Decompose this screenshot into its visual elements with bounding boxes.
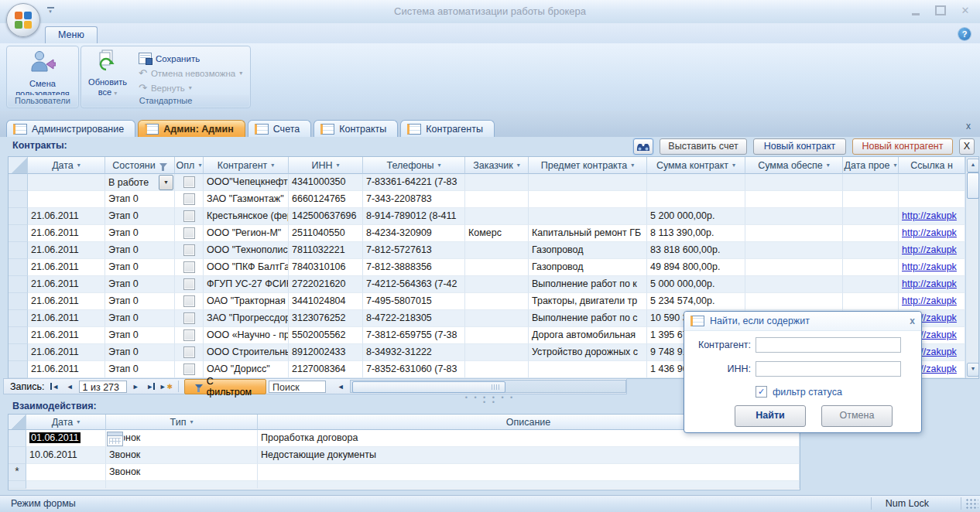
cell-customer[interactable] [465, 242, 529, 259]
paid-checkbox[interactable] [183, 261, 195, 273]
column-header-subject[interactable]: Предмет контракта▾ [529, 157, 647, 174]
minimize-button[interactable] [910, 6, 921, 15]
cell-guarantee[interactable] [745, 191, 843, 208]
cell-proj_date[interactable] [843, 174, 899, 191]
column-header-proj_date[interactable]: Дата прое▾ [843, 157, 899, 174]
cell-paid[interactable] [175, 310, 204, 327]
cell-subject[interactable]: Устройство дорожных с [529, 344, 647, 361]
row-selector[interactable] [9, 430, 26, 447]
scroll-up-icon[interactable]: ▲ [967, 159, 979, 172]
cell-proj_date[interactable] [843, 293, 899, 310]
cell-date[interactable]: 21.06.2011 [28, 344, 105, 361]
row-selector[interactable] [9, 208, 28, 225]
cell-paid[interactable] [175, 293, 204, 310]
refresh-all-button[interactable]: Обновить все ▾ [84, 49, 131, 98]
row-selector[interactable] [9, 191, 28, 208]
cell-contractor[interactable]: ООО "ПКФ БалтГазТеп [204, 259, 289, 276]
cell-phones[interactable]: 7-8352-631060 (7-83 [363, 361, 465, 378]
cell-customer[interactable] [465, 344, 529, 361]
cell-inn[interactable]: 7840310106 [289, 259, 363, 276]
cell-desc[interactable]: Недостающие документы [258, 447, 800, 464]
cell-inn[interactable]: 2511040550 [289, 225, 363, 242]
cell-contractor[interactable]: ЗАО "Прогрессдорстр [204, 310, 289, 327]
cell-inn[interactable]: 7811032221 [289, 242, 363, 259]
row-selector[interactable] [9, 174, 28, 191]
column-header-inn[interactable]: ИНН▾ [289, 157, 363, 174]
row-selector[interactable]: * [9, 464, 26, 481]
cell-inn[interactable]: 2127008364 [289, 361, 363, 378]
cell-subject[interactable]: Тракторы, двигатели тр [529, 293, 647, 310]
search-input[interactable]: Поиск [269, 381, 326, 393]
cell-contractor[interactable]: ФГУП УС-27 ФСИН Росс [204, 276, 289, 293]
contract-link[interactable]: http://zakupk [902, 244, 957, 255]
cell-amount[interactable]: 8 113 390,00р. [647, 225, 745, 242]
cell-phones[interactable]: 7-343-2208783 [363, 191, 465, 208]
cell-date[interactable]: 21.06.2011 [28, 242, 105, 259]
issue-invoice-button[interactable]: Выставить счет [660, 138, 747, 155]
date-picker-icon[interactable] [107, 432, 123, 446]
cell-subject[interactable] [529, 361, 647, 378]
cell-inn[interactable]: 4341000350 [289, 174, 363, 191]
paid-checkbox[interactable] [183, 329, 195, 341]
contract-link[interactable]: http://zakupk [902, 278, 957, 289]
select-all-cell[interactable] [9, 157, 28, 174]
cell-phones[interactable]: 7-812-3888356 [363, 259, 465, 276]
column-header-customer[interactable]: Заказчик▾ [465, 157, 529, 174]
paid-checkbox[interactable] [183, 295, 195, 307]
row-selector[interactable] [9, 225, 28, 242]
cell-status[interactable]: Этап 0 [105, 327, 175, 344]
cell-customer[interactable] [465, 361, 529, 378]
cell-link[interactable] [899, 191, 965, 208]
paid-checkbox[interactable] [183, 244, 195, 256]
cell-contractor[interactable]: ООО "Технополис" [204, 242, 289, 259]
cell-status[interactable]: Этап 0 [105, 276, 175, 293]
hscroll-left-icon[interactable]: ◄ [334, 380, 348, 393]
column-header-contractor[interactable]: Контрагент▾ [204, 157, 289, 174]
cell-paid[interactable] [175, 174, 204, 191]
cell-link[interactable]: http://zakupk [899, 225, 965, 242]
cell-link[interactable]: http://zakupk [899, 293, 965, 310]
cell-subject[interactable] [529, 208, 647, 225]
paid-checkbox[interactable] [183, 227, 195, 239]
cell-inn[interactable]: 142500637696 [289, 208, 363, 225]
quick-access-toolbar-dropdown[interactable]: ▾ [45, 7, 56, 16]
cell-inn[interactable]: 6660124765 [289, 191, 363, 208]
cell-date[interactable]: 21.06.2011 [28, 327, 105, 344]
cell-subject[interactable]: Газопровод [529, 259, 647, 276]
cell-phones[interactable]: 7-495-5807015 [363, 293, 465, 310]
row-selector[interactable] [9, 327, 28, 344]
first-record-button[interactable]: ◄ [49, 380, 62, 393]
cell-guarantee[interactable] [745, 174, 843, 191]
maximize-button[interactable] [935, 6, 946, 15]
cell-link[interactable]: http://zakupk [899, 259, 965, 276]
cell-amount[interactable] [647, 174, 745, 191]
vertical-scrollbar[interactable]: ▲ ▼ [965, 157, 978, 378]
cell-guarantee[interactable] [745, 242, 843, 259]
column-header-status[interactable]: Состояни [105, 157, 175, 174]
cell-contractor[interactable]: ОАО "Тракторная ком [204, 293, 289, 310]
cell-subject[interactable]: Выполнение работ по с [529, 310, 647, 327]
splitter-handle[interactable]: • • • • • • • • [463, 395, 517, 404]
cell-proj_date[interactable] [843, 242, 899, 259]
cell-proj_date[interactable] [843, 276, 899, 293]
paid-checkbox[interactable] [183, 176, 195, 188]
column-header-date[interactable]: Дата▾ [26, 415, 106, 430]
cell-paid[interactable] [175, 327, 204, 344]
status-dropdown-button[interactable]: ▼ [159, 175, 173, 190]
filtered-toggle-button[interactable]: С фильтром [184, 379, 266, 394]
cell-status[interactable]: Этап 0 [105, 208, 175, 225]
cell-status[interactable]: Этап 0 [105, 310, 175, 327]
column-header-date[interactable]: Дата▾ [28, 157, 105, 174]
cell-phones[interactable]: 7-3812-659755 (7-38 [363, 327, 465, 344]
cell-paid[interactable] [175, 344, 204, 361]
cell-amount[interactable]: 49 894 800,00р. [647, 259, 745, 276]
cell-proj_date[interactable] [843, 225, 899, 242]
new-counterparty-button[interactable]: Новый контрагент [852, 138, 953, 155]
column-header-amount[interactable]: Сумма контракт▾ [647, 157, 745, 174]
cell-date[interactable]: 21.06.2011 [28, 361, 105, 378]
cell-contractor[interactable]: ЗАО "Газмонтаж" [204, 191, 289, 208]
close-form-icon[interactable]: х [966, 121, 971, 131]
cell-proj_date[interactable] [843, 259, 899, 276]
cell-paid[interactable] [175, 276, 204, 293]
tab-menu[interactable]: Меню [45, 26, 98, 43]
